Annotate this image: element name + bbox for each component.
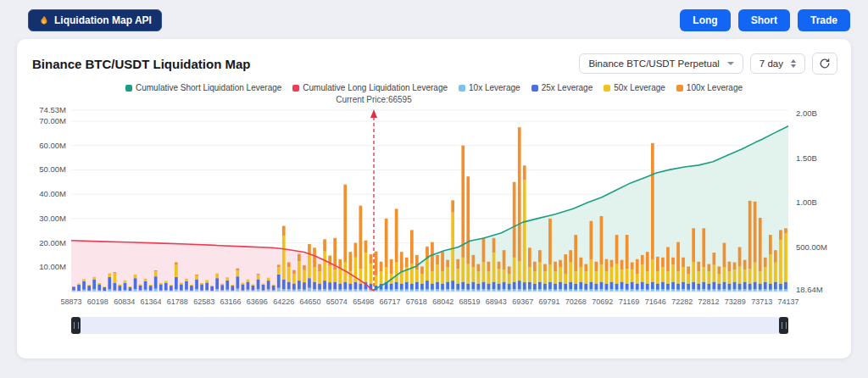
svg-text:68042: 68042 [432, 297, 453, 306]
svg-text:69791: 69791 [538, 297, 559, 306]
period-value: 7 day [760, 58, 783, 69]
svg-text:61788: 61788 [167, 297, 188, 306]
svg-text:67618: 67618 [406, 297, 427, 306]
liquidation-map-card: Binance BTC/USDT Liquidation Map Binance… [17, 39, 851, 359]
slider-handle-right[interactable] [779, 317, 788, 334]
legend-swatch [459, 85, 465, 92]
chart-controls: Binance BTC/USDT Perpetual 7 day [579, 53, 837, 75]
svg-text:20.00M: 20.00M [39, 238, 66, 247]
period-stepper[interactable]: 7 day [750, 53, 805, 74]
long-button[interactable]: Long [680, 9, 730, 31]
legend-item-25x[interactable]: 25x Leverage [531, 83, 593, 92]
legend-swatch [676, 85, 683, 92]
x-axis-labels: 5887360198608346136461788625836316663696… [60, 297, 798, 306]
svg-text:74137: 74137 [777, 297, 798, 306]
chart-range-slider[interactable] [71, 317, 788, 334]
svg-text:71646: 71646 [645, 297, 666, 306]
legend-item-100x[interactable]: 100x Leverage [676, 83, 743, 92]
svg-text:68519: 68519 [459, 297, 480, 306]
svg-text:500.00M: 500.00M [796, 242, 827, 252]
legend-label: Cumulative Long Liquidation Leverage [303, 83, 448, 92]
svg-text:30.00M: 30.00M [39, 214, 66, 223]
legend-item-10x[interactable]: 10x Leverage [459, 83, 520, 92]
svg-text:72812: 72812 [698, 297, 719, 306]
svg-text:60198: 60198 [87, 297, 108, 306]
slider-handle-left[interactable] [71, 317, 81, 334]
short-button[interactable]: Short [738, 9, 790, 31]
svg-text:10.00M: 10.00M [39, 262, 66, 271]
legend-item-50x[interactable]: 50x Leverage [604, 83, 665, 92]
refresh-button[interactable] [812, 53, 837, 75]
legend-label: Cumulative Short Liquidation Leverage [136, 83, 281, 92]
svg-text:61364: 61364 [140, 297, 161, 306]
svg-text:62583: 62583 [193, 297, 214, 306]
current-price-label: Current Price:66595 [336, 95, 412, 104]
left-axis-labels: 74.53M70.00M60.00M50.00M40.00M30.00M20.0… [39, 105, 66, 271]
svg-text:64226: 64226 [273, 297, 294, 306]
svg-text:68943: 68943 [486, 297, 507, 306]
svg-text:1.50B: 1.50B [796, 153, 817, 163]
legend-swatch [604, 85, 610, 92]
svg-text:18.64M: 18.64M [796, 285, 823, 294]
svg-text:65074: 65074 [326, 297, 348, 306]
stepper-up-icon[interactable] [791, 59, 796, 63]
stepper-down-icon[interactable] [791, 64, 796, 68]
pair-select-value: Binance BTC/USDT Perpetual [588, 58, 719, 69]
svg-text:72282: 72282 [671, 297, 693, 306]
svg-text:65498: 65498 [353, 297, 374, 306]
svg-text:60834: 60834 [114, 297, 135, 306]
chart-legend: Cumulative Short Liquidation Leverage Cu… [31, 83, 837, 92]
legend-label: 25x Leverage [542, 83, 593, 92]
svg-text:64650: 64650 [299, 297, 320, 306]
chevron-down-icon [727, 62, 734, 65]
legend-item-cumulative-long[interactable]: Cumulative Long Liquidation Leverage [292, 83, 448, 92]
legend-swatch [125, 85, 132, 92]
svg-text:70.00M: 70.00M [39, 116, 66, 125]
flame-icon [38, 15, 49, 26]
svg-text:60.00M: 60.00M [39, 141, 66, 150]
svg-text:58873: 58873 [60, 297, 81, 306]
svg-text:70268: 70268 [565, 297, 587, 306]
svg-text:50.00M: 50.00M [39, 164, 66, 174]
pair-select[interactable]: Binance BTC/USDT Perpetual [579, 53, 743, 74]
liquidation-map-api-badge[interactable]: Liquidation Map API [28, 9, 162, 31]
svg-text:71169: 71169 [619, 297, 639, 306]
grip-icon [782, 322, 787, 329]
card-header: Binance BTC/USDT Liquidation Map Binance… [31, 53, 837, 75]
svg-text:2.00B: 2.00B [796, 108, 817, 118]
svg-text:73289: 73289 [725, 297, 746, 306]
trade-button[interactable]: Trade [798, 9, 850, 31]
legend-label: 100x Leverage [687, 83, 743, 92]
right-axis-labels: 2.00B1.50B1.00B500.00M18.64M [796, 108, 827, 294]
legend-item-cumulative-short[interactable]: Cumulative Short Liquidation Leverage [125, 83, 281, 92]
svg-text:66717: 66717 [379, 297, 400, 306]
refresh-icon [819, 58, 831, 69]
svg-text:40.00M: 40.00M [39, 189, 66, 198]
legend-swatch [531, 85, 538, 92]
grip-icon [74, 322, 79, 329]
topbar: Liquidation Map API Long Short Trade [0, 0, 868, 39]
svg-text:1.00B: 1.00B [796, 197, 817, 207]
svg-text:69367: 69367 [512, 297, 533, 306]
svg-text:74.53M: 74.53M [39, 105, 66, 114]
liquidation-chart[interactable]: Current Price:6659574.53M70.00M60.00M50.… [31, 93, 836, 310]
page: Liquidation Map API Long Short Trade Bin… [0, 0, 868, 359]
svg-text:63696: 63696 [247, 297, 268, 306]
svg-text:73713: 73713 [751, 297, 772, 306]
svg-text:70692: 70692 [592, 297, 613, 306]
svg-text:63166: 63166 [220, 297, 241, 306]
legend-label: 10x Leverage [469, 83, 520, 92]
chart-area: Current Price:6659574.53M70.00M60.00M50.… [31, 93, 837, 314]
stepper-arrows [791, 59, 796, 68]
legend-label: 50x Leverage [614, 83, 665, 92]
badge-label: Liquidation Map API [54, 14, 152, 26]
legend-swatch [292, 85, 299, 92]
page-title: Binance BTC/USDT Liquidation Map [32, 57, 251, 71]
